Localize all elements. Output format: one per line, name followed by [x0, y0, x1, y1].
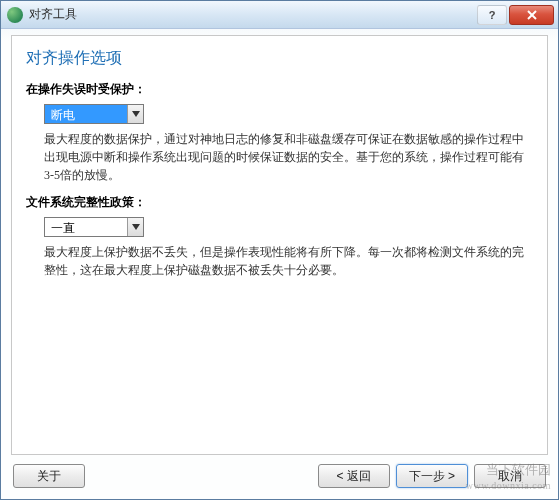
page-title: 对齐操作选项	[26, 48, 533, 69]
chevron-down-icon	[127, 218, 143, 236]
footer-bar: 关于 < 返回 下一步 > 取消	[1, 459, 558, 499]
integrity-dropdown[interactable]: 一直	[44, 217, 144, 237]
integrity-label: 文件系统完整性政策：	[26, 194, 533, 211]
titlebar: 对齐工具 ?	[1, 1, 558, 29]
svg-marker-3	[132, 224, 140, 230]
protection-description: 最大程度的数据保护，通过对神地日志的修复和非磁盘缓存可保证在数据敏感的操作过程中…	[26, 130, 533, 184]
app-icon	[7, 7, 23, 23]
chevron-down-icon	[127, 105, 143, 123]
content-panel: 对齐操作选项 在操作失误时受保护： 断电 最大程度的数据保护，通过对神地日志的修…	[11, 35, 548, 455]
about-button[interactable]: 关于	[13, 464, 85, 488]
window-title: 对齐工具	[29, 6, 475, 23]
back-button[interactable]: < 返回	[318, 464, 390, 488]
cancel-button[interactable]: 取消	[474, 464, 546, 488]
protection-label: 在操作失误时受保护：	[26, 81, 533, 98]
dialog-window: 对齐工具 ? 对齐操作选项 在操作失误时受保护： 断电 最大程度的数据保护，通过…	[0, 0, 559, 500]
help-button[interactable]: ?	[477, 5, 507, 25]
close-icon	[527, 10, 537, 20]
integrity-dropdown-value: 一直	[45, 218, 127, 236]
protection-dropdown[interactable]: 断电	[44, 104, 144, 124]
integrity-description: 最大程度上保护数据不丢失，但是操作表现性能将有所下降。每一次都将检测文件系统的完…	[26, 243, 533, 279]
protection-dropdown-value: 断电	[45, 105, 127, 123]
next-button[interactable]: 下一步 >	[396, 464, 468, 488]
window-controls: ?	[475, 5, 554, 25]
svg-marker-2	[132, 111, 140, 117]
close-button[interactable]	[509, 5, 554, 25]
